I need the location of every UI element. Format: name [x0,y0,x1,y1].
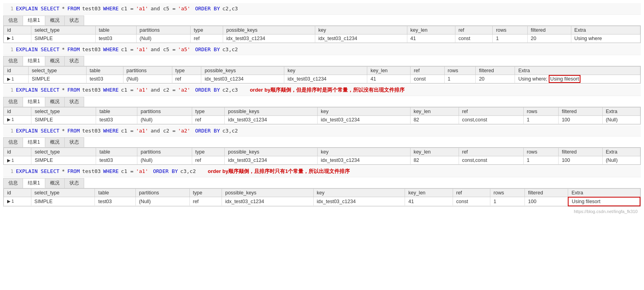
filtered-cell: 100 [525,197,568,206]
col-header-key: key [315,26,407,34]
ref-cell: const,const [459,115,523,124]
table-header-row: idselect_typetablepartitionstypepossible… [4,26,640,34]
result-table-wrap: idselect_typetablepartitionstypepossible… [3,25,641,43]
key-cell: idx_test03_c1234 [284,75,367,83]
tab-状态[interactable]: 状态 [65,138,84,147]
annotation: order by顺序颠倒，但是排序时是两个常量，所以没有出现文件排序 [250,86,405,94]
line-number: 1 [6,127,13,135]
ref-cell: const [411,75,444,83]
tab-信息[interactable]: 信息 [4,138,23,147]
tab-状态[interactable]: 状态 [65,179,84,188]
sql-keyword: EXPLAIN SELECT [16,86,60,94]
tab-概况[interactable]: 概况 [45,16,65,25]
col-header-ref: ref [459,148,523,156]
ref-cell: const [455,34,493,42]
result-table-wrap: idselect_typetablepartitionstypepossible… [3,66,641,84]
sql-keyword: WHERE [103,46,119,54]
sql-keyword: FROM [67,86,79,94]
col-header-table: table [95,188,135,197]
line-number: 1 [6,5,13,13]
possible-keys-cell: idx_test03_c1234 [222,197,314,206]
key-cell: idx_test03_c1234 [318,115,411,124]
tab-结果1[interactable]: 结果1 [23,179,45,188]
sql-editor-line: 1EXPLAIN SELECT * FROM test03 WHERE c1 =… [3,125,641,137]
extra-cell: Using filesort [568,197,640,206]
col-header-select_type: select_type [31,188,95,197]
col-header-key: key [318,148,411,156]
extra-cell: (Null) [602,156,640,165]
sql-editor-line: 1EXPLAIN SELECT * FROM test03 WHERE c1 =… [3,44,641,56]
col-header-partitions: partitions [137,107,192,115]
possible-keys-cell: idx_test03_c1234 [223,34,315,42]
col-header-Extra: Extra [571,26,640,34]
arrow-cell: ▶ 1 [4,115,31,124]
tab-概况[interactable]: 概况 [45,97,65,107]
col-header-select_type: select_type [31,107,96,115]
tab-概况[interactable]: 概况 [45,56,65,66]
col-header-type: type [189,188,222,197]
result-table-wrap: idselect_typetablepartitionstypepossible… [3,107,641,125]
result-table: idselect_typetablepartitionstypepossible… [4,148,640,165]
col-header-possible_keys: possible_keys [222,188,314,197]
tab-概况[interactable]: 概况 [45,138,65,147]
tab-结果1[interactable]: 结果1 [23,56,45,66]
sql-plain: c1 = [121,127,133,135]
col-header-ref: ref [453,188,490,197]
col-header-ref: ref [455,26,493,34]
sql-keyword: WHERE [103,127,119,135]
sql-plain: c2,c3 [222,5,238,13]
tab-信息[interactable]: 信息 [4,56,23,66]
col-header-key_len: key_len [410,148,459,156]
table-cell: test03 [95,197,135,206]
section-s5: 1EXPLAIN SELECT * FROM test03 WHERE c1 =… [3,166,641,207]
sql-string: 'a1' [136,167,148,175]
sql-editor-line: 1EXPLAIN SELECT * FROM test03 WHERE c1 =… [3,3,641,15]
tab-结果1[interactable]: 结果1 [23,97,45,107]
tab-状态[interactable]: 状态 [65,56,84,66]
table-row: ▶ 1 SIMPLE test03 (Null) ref idx_test03_… [4,75,640,83]
sql-keyword: FROM [67,167,79,175]
tab-结果1[interactable]: 结果1 [23,16,45,25]
tab-结果1[interactable]: 结果1 [23,138,45,147]
table-cell: test03 [96,115,137,124]
tab-状态[interactable]: 状态 [65,97,84,107]
tab-信息[interactable]: 信息 [4,179,23,188]
result-table: idselect_typetablepartitionstypepossible… [4,26,640,43]
rows-cell: 1 [523,115,558,124]
tab-信息[interactable]: 信息 [4,97,23,107]
sql-string: 'a5' [178,5,190,13]
select-type-cell: SIMPLE [31,156,96,165]
sql-plain: c2,c3 [222,86,238,94]
col-header-filtered: filtered [476,67,515,75]
sql-plain: c1 = [121,167,133,175]
col-header-id: id [4,188,31,197]
partitions-cell: (Null) [123,75,172,83]
sql-editor-line: 1EXPLAIN SELECT * FROM test03 WHERE c1 =… [3,166,641,177]
tab-信息[interactable]: 信息 [4,16,23,25]
table-row: ▶ 1 SIMPLE test03 (Null) ref idx_test03_… [4,197,640,206]
col-header-possible_keys: possible_keys [201,67,284,75]
col-header-key: key [313,188,405,197]
key-len-cell: 82 [410,156,459,165]
result-table: idselect_typetablepartitionstypepossible… [4,188,640,206]
col-header-filtered: filtered [558,107,602,115]
type-cell: ref [189,197,222,206]
sql-plain: and c2 = [150,86,175,94]
type-cell: ref [192,115,225,124]
col-header-select_type: select_type [31,148,96,156]
tab-状态[interactable]: 状态 [65,16,84,25]
col-header-filtered: filtered [527,26,571,34]
extra-cell: (Null) [602,115,640,124]
section-s1: 1EXPLAIN SELECT * FROM test03 WHERE c1 =… [3,3,641,43]
key-cell: idx_test03_c1234 [313,197,405,206]
sql-plain: test03 [82,46,101,54]
table-cell: test03 [86,75,123,83]
ref-cell: const [453,197,490,206]
sql-keyword: FROM [67,5,79,13]
col-header-partitions: partitions [135,188,189,197]
select-type-cell: SIMPLE [29,75,87,83]
tab-概况[interactable]: 概况 [45,179,65,188]
col-header-select_type: select_type [31,26,95,34]
col-header-Extra: Extra [602,148,640,156]
select-type-cell: SIMPLE [31,115,96,124]
